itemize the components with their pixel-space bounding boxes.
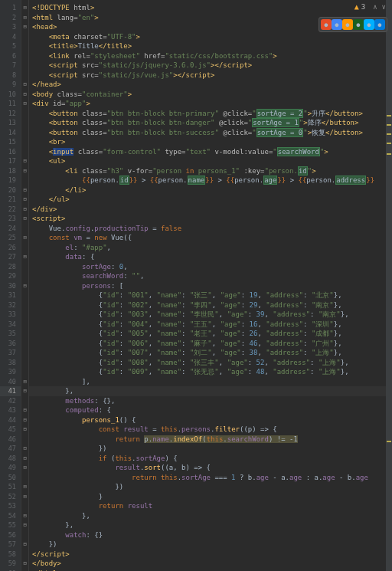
fold-toggle-icon[interactable]: ⊟ [21, 405, 28, 415]
vertical-scrollbar[interactable] [386, 0, 392, 571]
fold-toggle-icon[interactable]: ⊟ [21, 3, 28, 13]
code-line[interactable]: const result = this.persons.filter((p) =… [29, 425, 392, 435]
code-line[interactable]: <script src="static/js/jquery-3.6.0.js">… [29, 61, 392, 71]
line-number[interactable]: 59 [0, 559, 21, 569]
line-number[interactable]: 40 [0, 377, 21, 387]
fold-toggle-icon[interactable]: ⊟ [21, 482, 28, 492]
code-line[interactable]: <script> [29, 214, 392, 224]
line-number[interactable]: 2 [0, 13, 21, 23]
line-number[interactable]: 12 [0, 109, 21, 119]
code-line[interactable]: <title>Title</title> [29, 41, 392, 51]
fold-toggle-icon[interactable]: ⊟ [21, 281, 28, 291]
line-number[interactable]: 48 [0, 454, 21, 464]
line-number[interactable]: 52 [0, 492, 21, 502]
line-number[interactable]: 53 [0, 501, 21, 511]
fold-toggle-icon[interactable]: ⊟ [21, 156, 28, 166]
code-line[interactable]: {"id": "003", "name": "李世民", "age": 39, … [29, 310, 392, 320]
line-number[interactable]: 30 [0, 281, 21, 291]
fold-toggle-icon[interactable]: ⊟ [21, 444, 28, 454]
code-line[interactable]: watch: {} [29, 530, 392, 540]
code-line[interactable]: {"id": "005", "name": "老王", "age": 26, "… [29, 329, 392, 339]
line-number[interactable]: 60 [0, 569, 21, 572]
code-line[interactable]: <button class="btn btn-block btn-primary… [29, 109, 392, 119]
browser-firefox-icon[interactable]: ● [342, 19, 353, 30]
line-number[interactable]: 47 [0, 444, 21, 454]
line-number[interactable]: 18 [0, 166, 21, 176]
line-number[interactable]: 21 [0, 195, 21, 205]
code-line[interactable]: return p.name.indexOf(this.searchWord) !… [29, 435, 392, 445]
code-line[interactable]: {"id": "008", "name": "张三丰", "age": 52, … [29, 358, 392, 368]
line-number[interactable]: 42 [0, 396, 21, 406]
code-content-area[interactable]: <!DOCTYPE html><html lang="en"><head> <m… [29, 0, 392, 571]
line-number[interactable]: 14 [0, 128, 21, 138]
code-line[interactable]: return this.sortAge === 1 ? b.age - a.ag… [29, 473, 392, 483]
fold-toggle-icon[interactable]: ⊟ [21, 99, 28, 109]
code-line[interactable]: </ul> [29, 195, 392, 205]
code-line[interactable]: <button class="btn btn-block btn-success… [29, 128, 392, 138]
code-line[interactable]: <br> [29, 137, 392, 147]
nav-down-icon[interactable]: ∨ [381, 3, 387, 11]
fold-toggle-icon[interactable]: ⊟ [21, 569, 28, 572]
code-line[interactable]: }) [29, 444, 392, 454]
line-number[interactable]: 6 [0, 51, 21, 61]
code-line[interactable]: <ul> [29, 156, 392, 166]
fold-toggle-icon[interactable]: ⊟ [21, 252, 28, 262]
code-line[interactable]: sortAge: 0, [29, 262, 392, 272]
browser-opera-icon[interactable]: ● [353, 19, 364, 30]
code-line[interactable]: </html> [29, 569, 392, 572]
code-line[interactable]: {"id": "007", "name": "刘二", "age": 38, "… [29, 348, 392, 358]
fold-toggle-icon[interactable]: ⊟ [21, 13, 28, 23]
code-line[interactable]: return result [29, 501, 392, 511]
code-line[interactable]: <meta charset="UTF-8"> [29, 32, 392, 42]
code-line[interactable]: computed: { [29, 405, 392, 415]
fold-toggle-icon[interactable]: ⊟ [21, 90, 28, 100]
code-line[interactable]: {"id": "004", "name": "王五", "age": 16, "… [29, 320, 392, 330]
line-number[interactable]: 4 [0, 32, 21, 42]
browser-chrome-icon[interactable]: ● [332, 19, 342, 30]
fold-toggle-icon[interactable]: ⊟ [21, 386, 28, 396]
line-number[interactable]: 16 [0, 147, 21, 157]
code-line[interactable]: const vm = new Vue({ [29, 233, 392, 243]
fold-toggle-icon[interactable]: ⊟ [21, 214, 28, 224]
code-line[interactable]: {"id": "002", "name": "李四", "age": 29, "… [29, 300, 392, 310]
line-number[interactable]: 23 [0, 214, 21, 224]
fold-toggle-icon[interactable]: ⊟ [21, 205, 28, 215]
line-number[interactable]: 57 [0, 540, 21, 550]
code-line[interactable]: {{person.id}} > {{person.name}} > {{pers… [29, 176, 392, 185]
code-line[interactable]: </li> [29, 185, 392, 195]
line-number[interactable]: 35 [0, 329, 21, 339]
fold-column[interactable]: ⊟⊟⊟⊟⊟⊟⊟⊟⊟⊟⊟⊟⊟⊟⊟⊟⊟⊟⊟⊟⊟⊟⊟⊟⊟⊟⊟⊟⊟⊟ [21, 0, 29, 571]
code-line[interactable]: ], [29, 377, 392, 387]
scrollbar-marker[interactable] [387, 133, 391, 135]
line-number[interactable]: 11 [0, 99, 21, 109]
fold-toggle-icon[interactable]: ⊟ [21, 492, 28, 502]
line-number[interactable]: 22 [0, 205, 21, 215]
browser-edge-icon[interactable]: ● [374, 19, 385, 30]
line-number[interactable]: 28 [0, 262, 21, 272]
code-line[interactable]: }, [29, 386, 392, 396]
code-line[interactable]: result.sort((a, b) => { [29, 463, 392, 473]
fold-toggle-icon[interactable]: ⊟ [21, 415, 28, 425]
code-line[interactable]: methods: {}, [29, 396, 392, 406]
code-line[interactable]: searchWord: "", [29, 271, 392, 281]
fold-toggle-icon[interactable]: ⊟ [21, 185, 28, 195]
line-number[interactable]: 46 [0, 435, 21, 445]
browser-ie-icon[interactable]: ● [321, 19, 332, 30]
line-number[interactable]: 27 [0, 252, 21, 262]
fold-toggle-icon[interactable]: ⊟ [21, 463, 28, 473]
line-number[interactable]: 41 [0, 386, 21, 396]
code-line[interactable]: if (this.sortAge) { [29, 454, 392, 464]
code-line[interactable]: }) [29, 540, 392, 550]
code-line[interactable]: </head> [29, 80, 392, 90]
fold-toggle-icon[interactable]: ⊟ [21, 22, 28, 32]
code-line[interactable]: </script> [29, 550, 392, 560]
code-editor[interactable]: 1234567891011121314151617181920212223242… [0, 0, 392, 571]
fold-toggle-icon[interactable]: ⊟ [21, 166, 28, 176]
fold-toggle-icon[interactable]: ⊟ [21, 233, 28, 243]
code-line[interactable]: <input class="form-control" type="text" … [29, 147, 392, 157]
code-line[interactable]: data: { [29, 252, 392, 262]
code-line[interactable]: persons: [ [29, 281, 392, 291]
fold-toggle-icon[interactable]: ⊟ [21, 540, 28, 550]
line-number[interactable]: 55 [0, 520, 21, 530]
fold-toggle-icon[interactable]: ⊟ [21, 559, 28, 569]
